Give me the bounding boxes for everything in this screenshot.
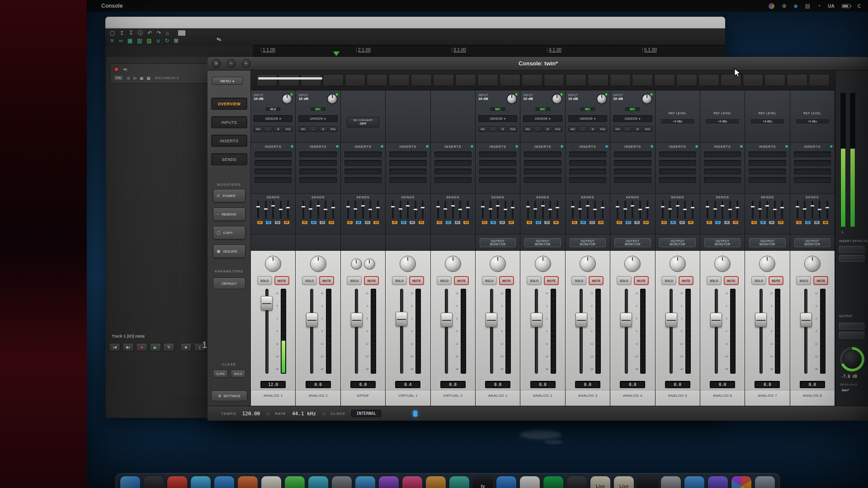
send-mini-fader[interactable] (759, 201, 761, 219)
send-mini-fader[interactable] (332, 201, 334, 219)
close-button[interactable]: ✕ (212, 59, 221, 68)
send-tag[interactable]: A4 (643, 221, 649, 224)
fader-track[interactable] (535, 289, 538, 374)
send-tag[interactable]: A2 (715, 221, 721, 224)
pan-knob[interactable] (490, 256, 506, 272)
send-mini-fader[interactable] (602, 201, 604, 219)
pad-button[interactable]: PAD (553, 126, 562, 132)
fader[interactable] (485, 289, 498, 379)
insert-slot[interactable] (569, 151, 606, 157)
send-mini-fader[interactable] (542, 201, 544, 219)
output-monitor-button[interactable]: OUTPUT MONITOR (704, 238, 741, 247)
insert-slot[interactable] (749, 160, 786, 166)
send-mini-fader[interactable] (317, 201, 319, 219)
overview-channel-block[interactable] (787, 74, 807, 86)
fader[interactable] (305, 289, 319, 379)
fader-track[interactable] (715, 289, 718, 374)
send-tag[interactable]: A2 (311, 221, 316, 224)
fader-track[interactable] (760, 289, 763, 374)
send-tag[interactable]: A1 (527, 221, 532, 224)
send-tag[interactable]: A1 (392, 221, 397, 224)
save-project-icon[interactable]: ↧ (128, 30, 133, 36)
daw-title-bar[interactable] (105, 17, 725, 28)
envelope-icon[interactable]: ▣ (140, 76, 144, 80)
mute-button[interactable]: MUTE (634, 276, 649, 285)
fader-cap[interactable] (486, 313, 497, 327)
output-monitor-button[interactable]: OUTPUT MONITOR (524, 238, 561, 247)
dock-app-launchpad[interactable] (144, 476, 164, 488)
insert-slot[interactable] (389, 169, 426, 174)
send-mini-fader[interactable] (257, 201, 259, 219)
fader[interactable] (709, 289, 723, 379)
low-cut-button[interactable]: ~ (623, 126, 632, 132)
overview-channel-block[interactable] (256, 74, 277, 86)
dock-app-utilities[interactable] (661, 476, 681, 488)
mute-button[interactable]: MUTE (679, 276, 693, 285)
dock-app-safari[interactable] (191, 476, 211, 488)
mute-button[interactable]: MUTE (409, 276, 424, 285)
fader-track[interactable] (625, 289, 628, 374)
insert-slot[interactable] (614, 151, 651, 157)
overview-channel-block[interactable] (809, 74, 830, 86)
pan-knob[interactable] (670, 256, 686, 272)
send-tag[interactable]: A4 (823, 221, 828, 224)
overview-channel-block[interactable] (278, 74, 299, 86)
insert-slot[interactable] (434, 151, 472, 157)
input-source-badge[interactable]: MIC (624, 107, 641, 112)
send-mini-fader[interactable] (497, 201, 499, 219)
solo-button[interactable]: SOLO (527, 276, 542, 285)
insert-slot[interactable] (299, 160, 336, 166)
send-mini-fader[interactable] (646, 201, 648, 219)
overview-channel-block[interactable] (389, 74, 410, 86)
ruler-mark[interactable]: 3.1.00 (452, 47, 466, 52)
send-tag[interactable]: A4 (553, 221, 559, 224)
send-mini-fader[interactable] (669, 201, 671, 219)
insert-slot[interactable] (794, 169, 831, 174)
send-mini-fader[interactable] (639, 201, 641, 219)
send-tag[interactable]: A1 (302, 221, 307, 224)
pan-knob[interactable] (265, 256, 281, 272)
phase-button[interactable]: Ø (633, 126, 642, 132)
uad-meter-icon[interactable] (769, 3, 774, 9)
pan-knob[interactable] (445, 256, 461, 272)
send-mini-fader[interactable] (662, 201, 664, 219)
control-center-icon[interactable]: C (858, 4, 861, 9)
insert-slot[interactable] (749, 151, 786, 157)
send-tag[interactable]: A1 (707, 221, 712, 224)
output-button-1[interactable] (839, 323, 864, 329)
insert-slot[interactable] (344, 160, 382, 166)
insert-slot[interactable] (659, 151, 696, 157)
output-monitor-button[interactable]: OUTPUT MONITOR (659, 238, 696, 247)
overview-channel-block[interactable] (764, 74, 785, 86)
pan-knob[interactable] (535, 256, 551, 272)
ripple-edit-icon[interactable]: ∞ (119, 38, 123, 43)
phantom-power-button[interactable]: 48V (298, 126, 307, 132)
send-mini-fader[interactable] (804, 201, 806, 219)
overview-scrollbar[interactable] (258, 77, 322, 80)
send-tag[interactable]: A3 (634, 221, 640, 224)
go-start-button[interactable]: |◀ (109, 343, 120, 352)
pan-knob[interactable] (351, 258, 362, 270)
insert-effects-button-2[interactable] (839, 255, 864, 262)
fader-cap[interactable] (665, 313, 677, 327)
pad-button[interactable]: PAD (508, 126, 517, 132)
color-swatch[interactable] (178, 30, 185, 36)
pan-knob[interactable] (624, 256, 641, 272)
fader-track[interactable] (400, 289, 403, 374)
input-source-badge[interactable]: MIC (490, 107, 506, 112)
fader[interactable] (619, 289, 633, 379)
send-tag[interactable]: A3 (365, 221, 370, 224)
insert-slot[interactable] (614, 177, 651, 183)
insert-slot[interactable] (299, 151, 336, 157)
send-mini-fader[interactable] (392, 201, 394, 219)
overview-channel-block[interactable] (301, 74, 321, 86)
pad-button[interactable]: PAD (283, 126, 292, 132)
output-monitor-button[interactable]: OUTPUT MONITOR (794, 238, 831, 247)
dock-app-trash[interactable] (755, 476, 775, 488)
send-tag[interactable]: A3 (590, 221, 595, 224)
gain-knob[interactable] (552, 94, 562, 104)
send-mini-fader[interactable] (729, 201, 731, 219)
dock-app-tv[interactable]: tv (473, 476, 493, 488)
insert-slot[interactable] (659, 177, 696, 183)
send-tag[interactable]: A3 (544, 221, 550, 224)
